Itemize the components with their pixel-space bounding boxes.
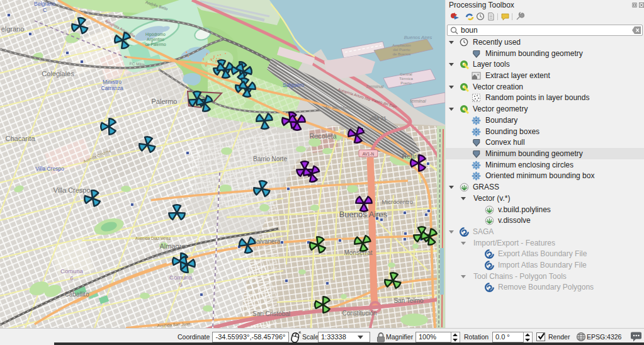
svg-text:de Palermo: de Palermo: [145, 42, 166, 47]
svg-text:elgrano: elgrano: [1, 25, 25, 33]
svg-text:Comuna: Comuna: [60, 268, 84, 274]
svg-text:Hipódromo: Hipódromo: [145, 32, 166, 37]
svg-text:Puerto: Puerto: [400, 81, 412, 85]
svg-text:San Telmo: San Telmo: [393, 297, 424, 304]
svg-text:Ministro: Ministro: [103, 79, 121, 85]
svg-text:Balvanera: Balvanera: [252, 238, 280, 245]
svg-text:Ampliación: Ampliación: [392, 43, 410, 47]
svg-text:Barrio Norte: Barrio Norte: [253, 156, 287, 162]
svg-text:Villa Crespo: Villa Crespo: [35, 166, 64, 172]
svg-text:AV1-N: AV1-N: [363, 152, 375, 156]
svg-text:Central: Central: [400, 72, 412, 76]
svg-text:Térmica: Térmica: [399, 77, 413, 81]
svg-text:5: 5: [179, 281, 182, 288]
svg-text:Comuna: Comuna: [169, 274, 193, 281]
svg-text:Constitución: Constitución: [342, 310, 376, 317]
svg-text:C: C: [43, 7, 47, 13]
svg-text:Belgrano: Belgrano: [34, 1, 55, 7]
svg-text:Villa Crespo: Villa Crespo: [53, 186, 90, 194]
svg-text:Caballito: Caballito: [65, 291, 89, 298]
svg-text:Argentino: Argentino: [147, 37, 164, 42]
svg-text:Villa 31: Villa 31: [369, 115, 387, 122]
svg-text:Salguero: Salguero: [283, 82, 304, 88]
svg-text:6: 6: [70, 274, 73, 281]
svg-text:Palermo: Palermo: [152, 98, 178, 105]
svg-text:Recoleta: Recoleta: [309, 132, 337, 140]
svg-text:del Puerto: del Puerto: [393, 48, 410, 52]
svg-text:Buenos Aires: Buenos Aires: [404, 35, 432, 40]
svg-text:de Buenos: de Buenos: [393, 52, 411, 56]
svg-text:Colegiales: Colegiales: [42, 70, 74, 77]
svg-text:San Cristóbal: San Cristóbal: [252, 310, 290, 317]
svg-text:terminal: terminal: [410, 99, 426, 103]
svg-text:Terminal: Terminal: [366, 84, 384, 89]
svg-text:Avenida Díaz Vélez: Avenida Díaz Vélez: [135, 236, 171, 240]
svg-text:Microcentro: Microcentro: [381, 198, 413, 205]
svg-text:Monserrat: Monserrat: [344, 249, 372, 256]
svg-text:Carranza: Carranza: [101, 85, 123, 91]
svg-text:Chacarita: Chacarita: [5, 135, 35, 142]
